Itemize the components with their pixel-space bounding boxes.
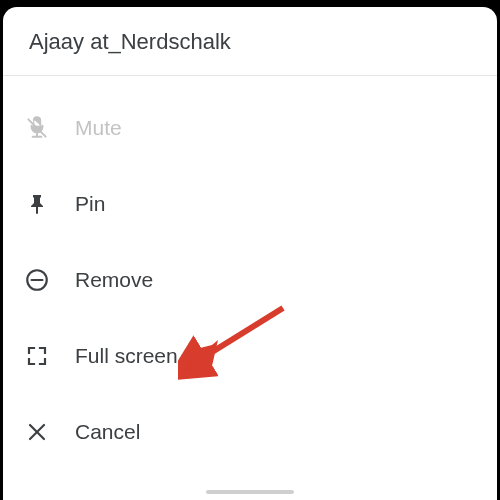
remove-icon xyxy=(23,266,51,294)
menu-item-mute: Mute xyxy=(3,90,497,166)
home-indicator xyxy=(206,490,294,494)
fullscreen-icon xyxy=(23,342,51,370)
menu-label: Pin xyxy=(75,192,105,216)
close-icon xyxy=(23,418,51,446)
menu-label: Full screen xyxy=(75,344,178,368)
menu-item-pin[interactable]: Pin xyxy=(3,166,497,242)
menu-label: Mute xyxy=(75,116,122,140)
bottom-sheet: Ajaay at_Nerdschalk Mute xyxy=(3,7,497,500)
menu-label: Remove xyxy=(75,268,153,292)
menu-list: Mute Pin Remove xyxy=(3,76,497,470)
menu-item-cancel[interactable]: Cancel xyxy=(3,394,497,470)
pin-icon xyxy=(23,190,51,218)
participant-name: Ajaay at_Nerdschalk xyxy=(29,29,471,55)
mute-icon xyxy=(23,114,51,142)
menu-item-remove[interactable]: Remove xyxy=(3,242,497,318)
menu-label: Cancel xyxy=(75,420,140,444)
menu-item-fullscreen[interactable]: Full screen xyxy=(3,318,497,394)
sheet-header: Ajaay at_Nerdschalk xyxy=(3,7,497,76)
